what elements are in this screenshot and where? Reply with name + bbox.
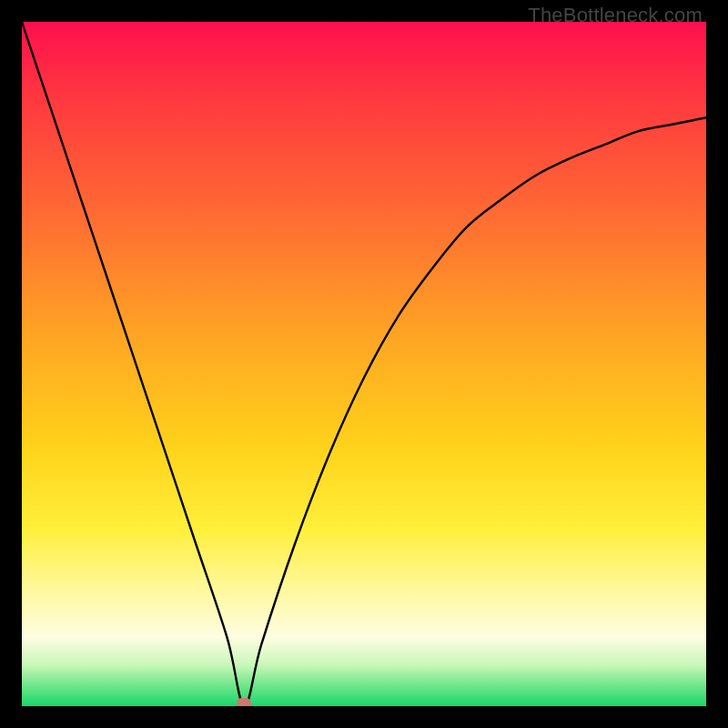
plot-area — [22, 22, 706, 706]
bottleneck-curve — [22, 22, 706, 706]
minimum-marker — [237, 698, 251, 706]
chart-frame: TheBottleneck.com — [0, 0, 728, 728]
